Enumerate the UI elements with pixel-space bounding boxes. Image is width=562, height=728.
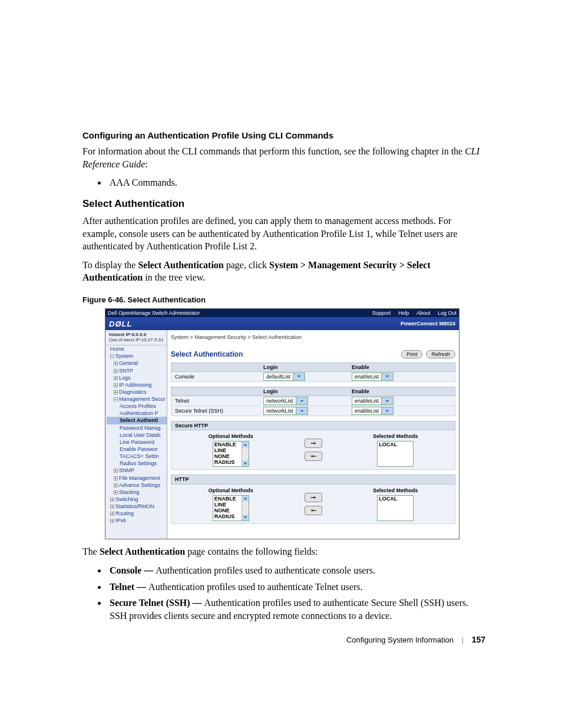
tree-node[interactable]: Diagnostics [107,388,167,396]
secure-http-label: Secure HTTP [171,421,455,430]
col-login-label: Login [263,364,352,371]
link-support[interactable]: Support [372,310,391,316]
link-about[interactable]: About [416,310,431,316]
move-right-button[interactable] [305,493,322,502]
tree-node[interactable]: Select Authenti [107,417,167,424]
page-footer: Configuring System Information | 157 [346,634,485,645]
window-title: Dell OpenManage Switch Administrator [108,309,200,317]
chevron-down-icon [381,397,393,404]
telnet-enable-select[interactable]: enableList [352,397,394,405]
tree-node[interactable]: Statistics/RMON [107,503,167,510]
text: page, click [224,260,269,270]
figure-caption: Figure 6-46. Select Authentication [82,295,485,305]
tree-node[interactable]: Logs [107,374,167,381]
link-logout[interactable]: Log Out [438,310,457,316]
http-label: HTTP [171,475,455,484]
text: The [82,546,100,556]
link-help[interactable]: Help [398,310,409,316]
col-enable-label: Enable [352,388,455,395]
optional-methods-label: Optional Methods [175,487,287,494]
text: For information about the CLI commands t… [82,146,465,156]
row-ssh-label: Secure Telnet (SSH) [171,407,263,414]
cli-intro-para: For information about the CLI commands t… [82,145,485,170]
nav-tree[interactable]: Inband IP:0.0.0.0 Out-of-band IP:10.27.5… [105,330,167,539]
tree-node[interactable]: IPv6 [107,517,167,524]
tree-node[interactable]: Home [107,345,167,353]
text: : [145,159,147,169]
tree-node[interactable]: Enable Passwor [107,446,167,453]
tree-node[interactable]: Local User Datab [107,431,167,439]
list-item[interactable]: LOCAL [378,442,413,447]
tree-node[interactable]: Access Profiles [107,403,167,410]
tree-node[interactable]: Line Password [107,439,167,446]
refresh-button[interactable]: Refresh [426,350,455,358]
footer-chapter: Configuring System Information [346,635,454,644]
row-console-label: Console [171,373,263,380]
text: Select Authentication [138,260,223,270]
selected-methods-label: Selected Methods [340,487,452,494]
col-login-label: Login [263,388,352,395]
optional-methods-label: Optional Methods [175,433,287,440]
console-enable-select[interactable]: enableList [352,373,394,381]
tree-node[interactable]: SNMP [107,467,167,474]
tree-node[interactable]: Password Manag [107,424,167,431]
move-right-button[interactable] [305,439,322,448]
chevron-down-icon [381,373,393,380]
field-bullet: Secure Telnet (SSH) — Authentication pro… [107,597,485,622]
chevron-up-icon[interactable] [242,442,249,447]
telnet-login-select[interactable]: networkList [263,397,308,405]
tree-node[interactable]: Advance Settings [107,482,167,489]
top-links: Support Help About Log Out [366,309,457,317]
field-bullet: Telnet — Authentication profiles used to… [107,581,485,594]
tree-node[interactable]: TACACS+ Settin [107,453,167,460]
page-title: Select Authentication [171,350,243,359]
text: To display the [82,260,138,270]
page-number: 157 [472,635,485,644]
select-auth-heading: Select Authentication [82,197,485,211]
text: Select Authentication [100,546,185,556]
select-auth-para2: To display the Select Authentication pag… [82,259,485,284]
content-pane: System > Management Security > Select Au… [167,330,459,539]
tree-node[interactable]: Routing [107,510,167,517]
text: page contains the following fields: [185,546,318,556]
chevron-up-icon[interactable] [242,496,249,502]
chevron-down-icon [296,397,308,404]
product-name: PowerConnect M8024 [401,320,455,327]
optional-methods-list[interactable]: ENABLELINENONERADIUS [213,441,249,467]
select-auth-para1: After authentication profiles are define… [82,215,485,253]
header-bar: DØLL PowerConnect M8024 [105,317,459,330]
fields-intro: The Select Authentication page contains … [82,545,485,558]
print-button[interactable]: Print [401,350,423,358]
screenshot-figure: Dell OpenManage Switch Administrator Sup… [105,308,459,539]
selected-methods-list[interactable]: LOCAL [377,495,414,521]
dell-logo: DØLL [109,319,132,330]
chevron-down-icon [293,373,305,380]
list-item[interactable]: LOCAL [378,496,413,502]
tree-node[interactable]: SNTP [107,367,167,374]
breadcrumb: System > Management Security > Select Au… [171,334,455,341]
tree-node[interactable]: Management Secur [107,396,167,403]
chevron-down-icon[interactable] [242,515,249,521]
text: in the tree view. [143,272,205,282]
console-login-select[interactable]: defaultList [263,373,305,381]
tree-node[interactable]: Switching [107,496,167,503]
move-left-button[interactable] [305,452,322,461]
optional-methods-list[interactable]: ENABLELINENONERADIUS [213,495,249,521]
tree-node[interactable]: Authentication P [107,410,167,417]
ssh-login-select[interactable]: networkList [263,407,308,415]
tree-node[interactable]: IP Addressing [107,381,167,388]
chevron-down-icon [381,407,393,414]
window-titlebar: Dell OpenManage Switch Administrator Sup… [105,309,459,317]
tree-node[interactable]: File Management [107,475,167,482]
move-left-button[interactable] [305,506,322,515]
tree-node[interactable]: General [107,360,167,367]
field-bullet: Console — Authentication profiles used t… [107,564,485,577]
tree-node[interactable]: System [107,353,167,360]
cli-heading: Configuring an Authentication Profile Us… [82,130,485,141]
chevron-down-icon[interactable] [242,460,249,466]
chevron-down-icon [296,407,308,414]
selected-methods-list[interactable]: LOCAL [377,441,414,467]
tree-node[interactable]: Stacking [107,489,167,496]
tree-node[interactable]: Radius Settings [107,460,167,467]
ssh-enable-select[interactable]: enableList [352,407,394,415]
